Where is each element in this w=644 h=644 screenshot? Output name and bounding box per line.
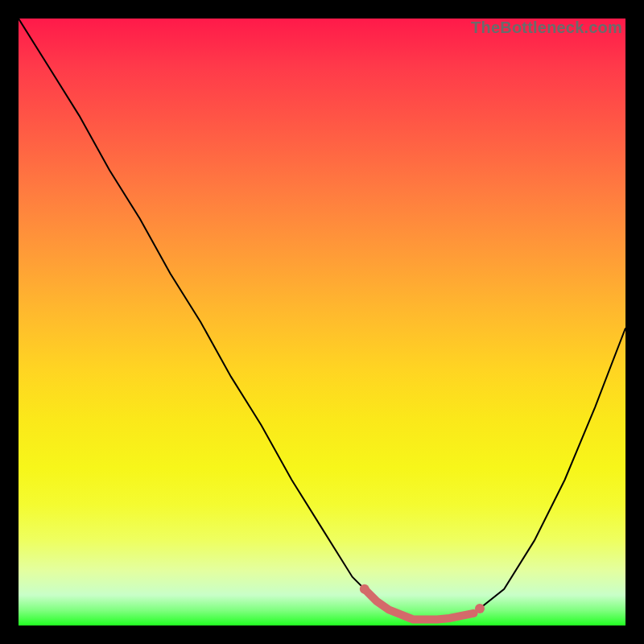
highlight-end-dot: [475, 604, 485, 613]
bottleneck-curve: [19, 19, 625, 620]
highlight-segment: [365, 589, 474, 620]
chart-frame: TheBottleneck.com: [0, 0, 644, 644]
curve-layer: [19, 19, 625, 625]
highlight-start-dot: [360, 584, 369, 594]
plot-area: TheBottleneck.com: [19, 19, 625, 625]
